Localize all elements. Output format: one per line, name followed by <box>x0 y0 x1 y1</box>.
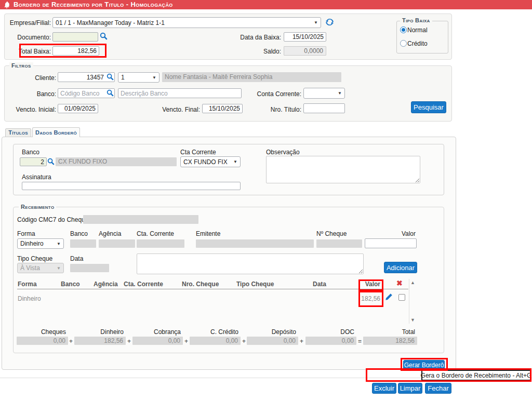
agencia-field <box>99 239 135 248</box>
scroll-down-icon[interactable]: ▼ <box>410 317 415 323</box>
row-checkbox[interactable] <box>398 294 405 301</box>
edit-row-icon[interactable] <box>385 293 393 301</box>
vencto-inicial-input[interactable] <box>58 104 98 113</box>
dados-banco-nome-field: CX FUNDO FIXO <box>56 157 177 166</box>
empresa-filial-select[interactable]: 01 / 1 - MaxManager Today - Matriz 1-1 ▼ <box>52 17 321 28</box>
nro-titulo-label: Nro. Título: <box>249 106 301 114</box>
total-cheques-label: Cheques <box>17 328 66 336</box>
cliente-search-icon[interactable] <box>107 73 114 81</box>
table-scroll-divider <box>409 279 409 324</box>
vencto-inicial-label: Vencto. Inicial: <box>4 106 56 114</box>
cliente-loja-select[interactable]: 1 ▼ <box>118 72 159 83</box>
dados-cta-value: CX FUNDO FIX <box>183 158 228 166</box>
dados-banco-search-icon[interactable] <box>47 158 55 165</box>
emitente-obs-textarea[interactable] <box>137 253 364 274</box>
assinatura-input[interactable] <box>22 182 241 190</box>
vencto-final-input[interactable] <box>202 104 243 113</box>
radio-credito[interactable] <box>400 40 407 47</box>
total-cobranca-label: Cobrança <box>132 328 181 336</box>
data-baixa-input[interactable] <box>284 32 326 42</box>
total-baixa-input <box>52 46 99 56</box>
total-total-field: 182,56 <box>363 337 417 345</box>
data-label: Data <box>70 255 83 263</box>
total-dinheiro-label: Dinheiro <box>74 328 124 336</box>
nro-titulo-input[interactable] <box>303 103 345 113</box>
total-deposito-field: 0,00 <box>247 337 298 345</box>
rec-cta-label: Cta. Corrente <box>137 230 174 238</box>
chevron-down-icon: ▼ <box>233 159 237 164</box>
gerar-bordero-tooltip: Gera o Bordero de Recebimento - Alt+G <box>421 370 531 381</box>
scroll-up-icon[interactable]: ▲ <box>410 280 415 285</box>
op-plus-2: + <box>127 337 131 345</box>
pesquisar-button[interactable]: Pesquisar <box>411 101 446 113</box>
assinatura-label: Assinatura <box>22 173 51 181</box>
chevron-down-icon: ▼ <box>152 75 156 80</box>
ncheque-field <box>316 239 362 248</box>
cmc7-label: Código CMC7 do Cheque: <box>17 216 90 224</box>
fechar-button[interactable]: Fechar <box>425 383 451 394</box>
cliente-loja-value: 1 <box>121 74 125 81</box>
total-baixa-label: Total Baixa: <box>4 48 51 56</box>
table-header-rule <box>17 289 408 289</box>
dados-banco-codigo-input[interactable] <box>20 157 47 166</box>
valor-label: Valor <box>365 230 416 238</box>
forma-select[interactable]: Dinheiro ▼ <box>17 238 64 249</box>
op-plus-5: + <box>300 337 303 345</box>
row-forma-value: Dinheiro <box>18 295 41 302</box>
chevron-down-icon: ▼ <box>314 20 318 25</box>
rec-banco-field <box>70 239 96 248</box>
conta-corrente-select[interactable]: ▼ <box>303 88 345 99</box>
col-cta-corrente: Cta. Corrente <box>124 280 163 288</box>
filtros-legend: Filtros <box>9 62 33 69</box>
refresh-icon[interactable] <box>326 18 334 26</box>
tipo-baixa-legend: Tipo Baixa <box>400 17 432 24</box>
dados-banco-label: Banco <box>22 149 39 156</box>
cmc7-field <box>83 215 198 224</box>
documento-input[interactable] <box>52 32 98 42</box>
banco-descricao-input[interactable] <box>118 88 242 98</box>
documento-search-icon[interactable] <box>100 32 108 40</box>
documento-label: Documento: <box>4 34 51 42</box>
total-ccredito-label: C. Crédito <box>190 328 238 336</box>
forma-value: Dinheiro <box>20 240 44 247</box>
window-title: Bordero de Recebimento por Titulo - Homo… <box>14 0 173 9</box>
tab-dados-bordero[interactable]: Dados Borderô <box>32 127 80 137</box>
chevron-down-icon: ▼ <box>338 91 342 96</box>
empresa-filial-label: Empresa/Filial: <box>4 19 51 27</box>
banco-search-icon[interactable] <box>107 89 114 97</box>
col-tipo-cheque: Tipo Cheque <box>236 280 274 288</box>
dados-cta-select[interactable]: CX FUNDO FIX ▼ <box>180 156 241 167</box>
saldo-field: 0,0000 <box>284 46 326 56</box>
gerar-bordero-button[interactable]: Gerar Borderô <box>403 360 445 370</box>
observacao-textarea[interactable] <box>266 156 420 183</box>
total-dinheiro-field: 182,56 <box>74 337 126 345</box>
emitente-field <box>196 239 314 248</box>
total-deposito-label: Depósito <box>247 328 296 336</box>
dados-cta-label: Cta Corrente <box>180 149 216 156</box>
op-equals: = <box>358 337 362 345</box>
data-baixa-label: Data da Baixa: <box>218 34 281 42</box>
bell-icon <box>4 2 10 8</box>
radio-credito-label: Crédito <box>407 40 428 48</box>
tipo-cheque-value: À Vista <box>20 264 40 272</box>
radio-normal[interactable] <box>400 26 407 33</box>
vencto-final-label: Vencto. Final: <box>148 106 200 114</box>
observacao-label: Observação <box>266 149 300 156</box>
total-doc-label: DOC <box>305 328 354 336</box>
rec-banco-label: Banco <box>70 230 88 238</box>
total-cheques-field: 0,00 <box>17 337 68 345</box>
op-plus-3: + <box>184 337 188 345</box>
chevron-down-icon: ▼ <box>57 242 61 246</box>
col-forma: Forma <box>18 280 37 288</box>
banco-label: Banco: <box>4 90 56 98</box>
tipo-baixa-fieldset <box>396 21 448 54</box>
excluir-button[interactable]: Excluir <box>372 383 396 394</box>
agencia-label: Agência <box>99 230 121 238</box>
delete-all-icon[interactable]: ✖ <box>396 279 403 287</box>
limpar-button[interactable]: Limpar <box>398 383 422 394</box>
adicionar-button[interactable]: Adicionar <box>384 262 417 273</box>
valor-input[interactable] <box>365 238 417 248</box>
tab-titulos[interactable]: Títulos <box>5 128 31 137</box>
data-field <box>70 264 109 272</box>
emitente-label: Emitente <box>196 230 220 238</box>
